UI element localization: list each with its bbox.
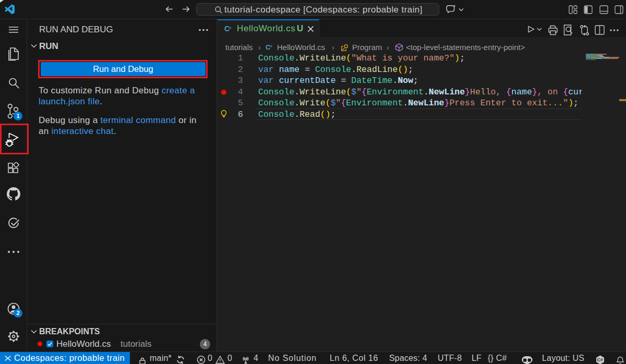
svg-text:#: # bbox=[270, 44, 272, 48]
svg-text:C#: C# bbox=[597, 357, 603, 362]
svg-text:#: # bbox=[229, 26, 232, 30]
